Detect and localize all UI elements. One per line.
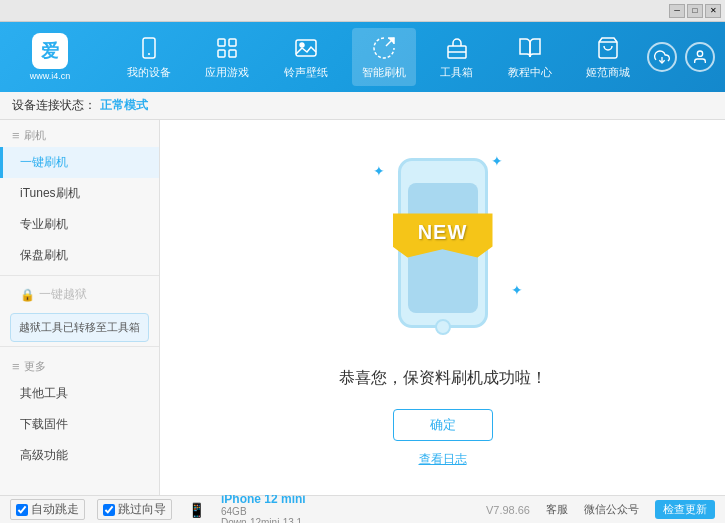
device-model: Down-12mini-13,1 <box>221 517 306 524</box>
svg-rect-5 <box>229 50 236 57</box>
skip-guide-checkbox[interactable]: 跳过向导 <box>97 499 172 520</box>
sidebar-jailbreak-locked: 🔒 一键越狱 <box>0 280 159 309</box>
status-label: 设备连接状态： <box>12 97 96 114</box>
download-btn[interactable] <box>647 42 677 72</box>
sidebar-item-download-firmware[interactable]: 下载固件 <box>0 409 159 440</box>
sidebar-notice: 越狱工具已转移至工具箱 <box>10 313 149 342</box>
sidebar: ≡ 刷机 一键刷机 iTunes刷机 专业刷机 保盘刷机 🔒 一键越狱 越狱工具… <box>0 120 160 495</box>
success-text: 恭喜您，保资料刷机成功啦！ <box>339 368 547 389</box>
nav-wallpaper-label: 铃声壁纸 <box>284 65 328 80</box>
sidebar-item-other-tools[interactable]: 其他工具 <box>0 378 159 409</box>
sidebar-item-itunes-flash[interactable]: iTunes刷机 <box>0 178 159 209</box>
auto-jump-label: 自动跳走 <box>31 501 79 518</box>
device-info: iPhone 12 mini 64GB Down-12mini-13,1 <box>221 492 306 524</box>
user-btn[interactable] <box>685 42 715 72</box>
customer-service-link[interactable]: 客服 <box>546 502 568 517</box>
nav-apps-games[interactable]: 应用游戏 <box>195 28 259 86</box>
nav-tutorial[interactable]: 教程中心 <box>498 28 562 86</box>
flash-section-label: 刷机 <box>24 128 46 143</box>
reflash-link[interactable]: 查看日志 <box>419 451 467 468</box>
check-update-btn[interactable]: 检查更新 <box>655 500 715 519</box>
sidebar-item-pro-flash[interactable]: 专业刷机 <box>0 209 159 240</box>
nav-apps-label: 应用游戏 <box>205 65 249 80</box>
minimize-btn[interactable]: ─ <box>669 4 685 18</box>
ribbon-text: NEW <box>418 221 468 244</box>
sidebar-section-flash: ≡ 刷机 <box>0 120 159 147</box>
svg-point-13 <box>697 51 702 56</box>
svg-point-1 <box>148 53 150 55</box>
nav-right-buttons <box>647 42 715 72</box>
content-area: ✦ ✦ ✦ NEW 恭喜您，保资料刷机成功啦！ 确定 查看日志 <box>160 120 725 495</box>
svg-point-7 <box>300 43 304 47</box>
version-text: V7.98.66 <box>486 504 530 516</box>
nav-wallpaper[interactable]: 铃声壁纸 <box>274 28 338 86</box>
apps-icon <box>213 34 241 62</box>
phone-home-button <box>435 319 451 335</box>
nav-items: 我的设备 应用游戏 铃声壁纸 智能刷机 工具箱 <box>110 28 647 86</box>
flash-section-icon: ≡ <box>12 128 20 143</box>
device-icon: 📱 <box>188 502 205 518</box>
title-bar: ─ □ ✕ <box>0 0 725 22</box>
toolbox-icon <box>443 34 471 62</box>
auto-jump-checkbox[interactable]: 自动跳走 <box>10 499 85 520</box>
window-controls[interactable]: ─ □ ✕ <box>669 4 721 18</box>
nav-store[interactable]: 姬范商城 <box>576 28 640 86</box>
sparkle-3: ✦ <box>511 282 523 298</box>
bottom-right: V7.98.66 客服 微信公众号 检查更新 <box>486 500 715 519</box>
phone-icon <box>135 34 163 62</box>
sidebar-item-one-key-flash[interactable]: 一键刷机 <box>0 147 159 178</box>
divider-1 <box>0 275 159 276</box>
lock-icon: 🔒 <box>20 288 35 302</box>
sidebar-item-save-flash[interactable]: 保盘刷机 <box>0 240 159 271</box>
confirm-button[interactable]: 确定 <box>393 409 493 441</box>
store-icon <box>594 34 622 62</box>
header: 爱 www.i4.cn 我的设备 应用游戏 铃声壁纸 智能刷机 <box>0 22 725 92</box>
more-section-label: 更多 <box>24 359 46 374</box>
skip-guide-label: 跳过向导 <box>118 501 166 518</box>
wechat-link[interactable]: 微信公众号 <box>584 502 639 517</box>
logo-text: www.i4.cn <box>30 71 71 81</box>
nav-smart-flash[interactable]: 智能刷机 <box>352 28 416 86</box>
sidebar-item-advanced[interactable]: 高级功能 <box>0 440 159 471</box>
logo-icon: 爱 <box>32 33 68 69</box>
nav-my-device-label: 我的设备 <box>127 65 171 80</box>
sidebar-section-more: ≡ 更多 <box>0 351 159 378</box>
checkbox-group: 自动跳走 跳过向导 <box>10 499 172 520</box>
maximize-btn[interactable]: □ <box>687 4 703 18</box>
nav-tutorial-label: 教程中心 <box>508 65 552 80</box>
main-layout: ≡ 刷机 一键刷机 iTunes刷机 专业刷机 保盘刷机 🔒 一键越狱 越狱工具… <box>0 120 725 495</box>
svg-rect-3 <box>229 39 236 46</box>
status-value: 正常模式 <box>100 97 148 114</box>
logo-area: 爱 www.i4.cn <box>10 33 90 81</box>
bottom-bar: 自动跳走 跳过向导 📱 iPhone 12 mini 64GB Down-12m… <box>0 495 725 523</box>
device-storage: 64GB <box>221 506 306 517</box>
wallpaper-icon <box>292 34 320 62</box>
logo-symbol: 爱 <box>41 39 59 63</box>
nav-my-device[interactable]: 我的设备 <box>117 28 181 86</box>
phone-illustration: ✦ ✦ ✦ NEW <box>353 148 533 348</box>
nav-toolbox[interactable]: 工具箱 <box>430 28 483 86</box>
svg-rect-2 <box>218 39 225 46</box>
auto-jump-input[interactable] <box>16 504 28 516</box>
svg-rect-4 <box>218 50 225 57</box>
nav-store-label: 姬范商城 <box>586 65 630 80</box>
skip-guide-input[interactable] <box>103 504 115 516</box>
more-section-icon: ≡ <box>12 359 20 374</box>
tutorial-icon <box>516 34 544 62</box>
nav-smart-flash-label: 智能刷机 <box>362 65 406 80</box>
close-btn[interactable]: ✕ <box>705 4 721 18</box>
nav-toolbox-label: 工具箱 <box>440 65 473 80</box>
smart-flash-icon <box>370 34 398 62</box>
sparkle-2: ✦ <box>491 153 503 169</box>
sparkle-1: ✦ <box>373 163 385 179</box>
status-bar: 设备连接状态： 正常模式 <box>0 92 725 120</box>
divider-2 <box>0 346 159 347</box>
